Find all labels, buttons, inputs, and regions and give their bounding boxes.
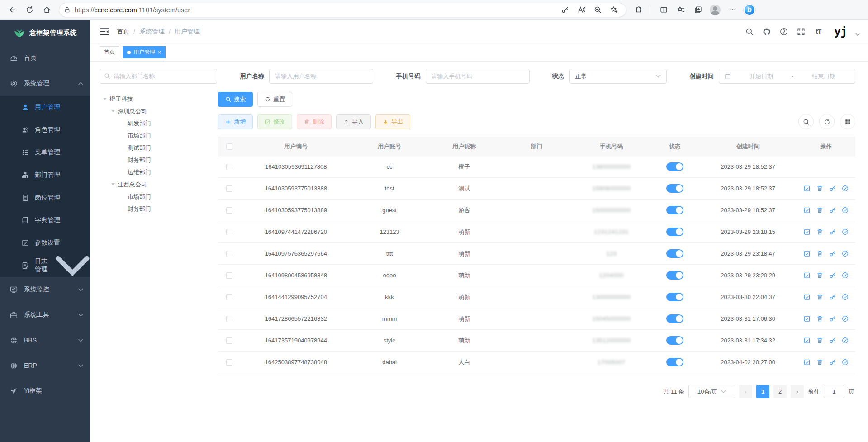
tree-node[interactable]: 橙子科技 [100,93,218,105]
check-circle-icon[interactable] [842,228,849,235]
status-toggle[interactable] [666,184,683,193]
delete-icon[interactable] [816,250,823,257]
status-toggle[interactable] [666,293,683,301]
key-icon[interactable] [829,294,836,300]
tree-expand-caret[interactable] [111,110,115,112]
fullscreen-icon[interactable] [797,27,806,36]
row-checkbox[interactable] [226,294,232,300]
edit-button[interactable]: 修改 [257,114,292,129]
tree-node[interactable]: 研发部门 [100,117,218,129]
status-toggle[interactable] [666,314,683,323]
table-refresh-icon[interactable] [819,114,835,129]
collections-icon[interactable] [690,3,706,17]
delete-icon[interactable] [816,337,823,344]
tree-node[interactable]: 测试部门 [100,142,218,154]
sidebar-item-tools[interactable]: 系统工具 [0,302,90,328]
delete-button[interactable]: 删除 [297,114,332,129]
reset-button[interactable]: 重置 [257,92,292,107]
search-button[interactable]: 搜索 [218,92,253,107]
key-icon[interactable] [829,185,836,192]
username-input[interactable] [269,69,373,84]
status-toggle[interactable] [666,228,683,236]
edit-icon[interactable] [804,228,811,235]
delete-icon[interactable] [816,272,823,279]
sidebar-fold-icon[interactable] [100,27,109,37]
breadcrumb-system[interactable]: 系统管理 [139,28,165,36]
key-icon[interactable] [829,337,836,344]
tree-node[interactable]: 江西总公司 [100,178,218,190]
add-button[interactable]: 新增 [218,114,253,129]
key-icon[interactable] [829,250,836,257]
row-checkbox[interactable] [226,207,232,214]
github-icon[interactable] [763,27,771,36]
tree-node[interactable]: 市场部门 [100,190,218,203]
key-icon[interactable] [829,315,836,322]
delete-icon[interactable] [816,185,823,192]
delete-icon[interactable] [816,294,823,300]
check-circle-icon[interactable] [842,272,849,279]
import-button[interactable]: 导入 [336,114,371,129]
check-circle-icon[interactable] [842,250,849,257]
sidebar-item-roles[interactable]: 角色管理 [0,119,90,141]
favorite-add-icon[interactable] [606,3,621,17]
check-circle-icon[interactable] [842,185,849,192]
read-aloud-icon[interactable] [574,3,589,17]
goto-page-input[interactable] [824,385,844,398]
tree-node[interactable]: 财务部门 [100,154,218,166]
dept-search-input[interactable] [100,69,217,84]
sidebar-item-bbs[interactable]: BBS [0,328,90,353]
status-select[interactable]: 正常 [569,69,667,84]
check-circle-icon[interactable] [842,359,849,366]
tree-node[interactable]: 运维部门 [100,166,218,178]
edit-icon[interactable] [804,315,811,322]
check-circle-icon[interactable] [842,315,849,322]
table-search-toggle-icon[interactable] [798,114,814,129]
row-checkbox[interactable] [226,359,232,366]
select-all-checkbox[interactable] [226,143,232,150]
sidebar-item-dictionary[interactable]: 字典管理 [0,209,90,232]
delete-icon[interactable] [816,315,823,322]
row-checkbox[interactable] [226,251,232,257]
sidebar-item-departments[interactable]: 部门管理 [0,164,90,186]
split-screen-icon[interactable] [656,3,671,17]
row-checkbox[interactable] [226,316,232,322]
export-button[interactable]: 导出 [375,114,410,129]
tree-node[interactable]: 市场部门 [100,129,218,142]
row-checkbox[interactable] [226,337,232,344]
key-icon[interactable] [829,272,836,279]
tree-node[interactable]: 深圳总公司 [100,105,218,117]
delete-icon[interactable] [816,359,823,366]
prev-page-button[interactable]: ‹ [739,385,752,398]
next-page-button[interactable]: › [791,385,804,398]
sidebar-item-system[interactable]: 系统管理 [0,71,90,96]
edit-icon[interactable] [804,185,811,192]
page-button-2[interactable]: 2 [773,385,787,398]
status-toggle[interactable] [666,271,683,280]
sidebar-item-monitor[interactable]: 系统监控 [0,277,90,302]
zoom-out-icon[interactable] [590,3,605,17]
refresh-icon[interactable] [22,3,37,17]
copilot-bing-icon[interactable]: b [742,3,757,17]
edit-icon[interactable] [804,337,811,344]
phone-input[interactable] [426,69,530,84]
home-icon[interactable] [39,3,54,17]
sidebar-item-logs[interactable]: 日志管理 [0,254,90,277]
edit-icon[interactable] [804,359,811,366]
status-toggle[interactable] [666,206,683,214]
delete-icon[interactable] [816,228,823,235]
extensions-icon[interactable] [631,3,646,17]
tree-expand-caret[interactable] [103,98,107,100]
check-circle-icon[interactable] [842,337,849,344]
sidebar-item-home[interactable]: 首页 [0,45,90,71]
sidebar-item-menus[interactable]: 菜单管理 [0,141,90,164]
tab-home[interactable]: 首页 [100,46,119,58]
page-button-1[interactable]: 1 [756,385,769,398]
row-checkbox[interactable] [226,229,232,235]
edit-icon[interactable] [804,272,811,279]
tree-expand-caret[interactable] [111,183,115,185]
key-icon[interactable] [829,359,836,366]
key-icon[interactable] [829,207,836,214]
status-toggle[interactable] [666,162,683,171]
sidebar-item-users[interactable]: 用户管理 [0,96,90,119]
key-icon[interactable] [557,3,573,17]
